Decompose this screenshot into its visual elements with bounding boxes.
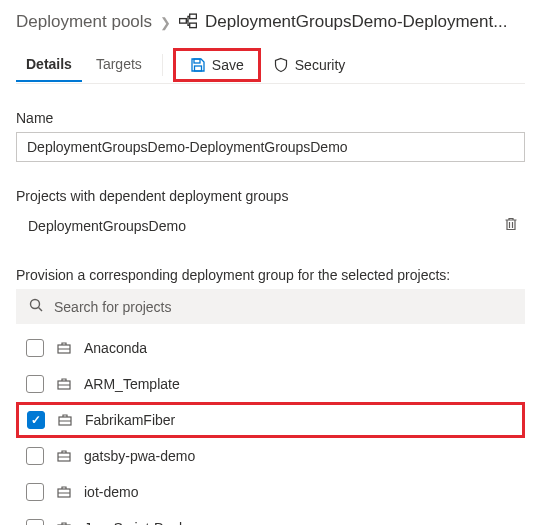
project-label: Anaconda — [84, 340, 147, 356]
project-label: FabrikamFiber — [85, 412, 175, 428]
save-highlight: Save — [173, 48, 261, 82]
briefcase-icon — [56, 376, 72, 392]
project-label: gatsby-pwa-demo — [84, 448, 195, 464]
briefcase-icon — [56, 520, 72, 525]
search-icon — [28, 297, 44, 316]
tab-details[interactable]: Details — [16, 48, 82, 82]
checkbox[interactable] — [26, 447, 44, 465]
checkbox[interactable] — [26, 375, 44, 393]
save-label: Save — [212, 57, 244, 73]
dependent-section: Projects with dependent deployment group… — [16, 188, 525, 241]
project-label: ARM_Template — [84, 376, 180, 392]
project-item[interactable]: ARM_Template — [16, 366, 525, 402]
search-input[interactable] — [54, 299, 513, 315]
project-item[interactable]: FabrikamFiber — [16, 402, 525, 438]
svg-rect-2 — [190, 23, 197, 28]
dependent-row: DeploymentGroupsDemo — [16, 210, 525, 241]
project-label: JavaScript-Docker — [84, 520, 198, 525]
briefcase-icon — [56, 484, 72, 500]
tab-targets[interactable]: Targets — [86, 48, 152, 82]
provision-label: Provision a corresponding deployment gro… — [16, 267, 525, 283]
project-item[interactable]: gatsby-pwa-demo — [16, 438, 525, 474]
shield-icon — [273, 57, 289, 73]
breadcrumb: Deployment pools ❯ DeploymentGroupsDemo-… — [16, 12, 525, 32]
briefcase-icon — [56, 448, 72, 464]
deployment-pool-icon — [179, 13, 197, 31]
checkbox[interactable] — [26, 339, 44, 357]
toolbar-separator — [162, 54, 163, 76]
project-item[interactable]: iot-demo — [16, 474, 525, 510]
svg-rect-3 — [194, 59, 200, 63]
dependent-label: Projects with dependent deployment group… — [16, 188, 525, 204]
briefcase-icon — [57, 412, 73, 428]
search-row — [16, 289, 525, 324]
checkbox[interactable] — [26, 483, 44, 501]
provision-section: Provision a corresponding deployment gro… — [16, 267, 525, 525]
project-label: iot-demo — [84, 484, 138, 500]
name-input[interactable] — [16, 132, 525, 162]
svg-rect-1 — [190, 14, 197, 19]
project-item[interactable]: Anaconda — [16, 330, 525, 366]
delete-icon[interactable] — [503, 216, 519, 235]
toolbar: Details Targets Save Security — [16, 46, 525, 84]
breadcrumb-root[interactable]: Deployment pools — [16, 12, 152, 32]
project-item[interactable]: JavaScript-Docker — [16, 510, 525, 525]
svg-rect-4 — [194, 66, 201, 71]
name-section: Name — [16, 110, 525, 162]
svg-point-5 — [31, 300, 40, 309]
chevron-right-icon: ❯ — [160, 15, 171, 30]
checkbox[interactable] — [27, 411, 45, 429]
checkbox[interactable] — [26, 519, 44, 525]
security-label: Security — [295, 57, 346, 73]
dependent-project-name: DeploymentGroupsDemo — [28, 218, 186, 234]
security-button[interactable]: Security — [265, 53, 354, 77]
name-label: Name — [16, 110, 525, 126]
briefcase-icon — [56, 340, 72, 356]
save-icon — [190, 57, 206, 73]
project-list: AnacondaARM_TemplateFabrikamFibergatsby-… — [16, 330, 525, 525]
svg-rect-0 — [180, 19, 187, 24]
save-button[interactable]: Save — [182, 53, 252, 77]
breadcrumb-current: DeploymentGroupsDemo-Deployment... — [205, 12, 507, 32]
